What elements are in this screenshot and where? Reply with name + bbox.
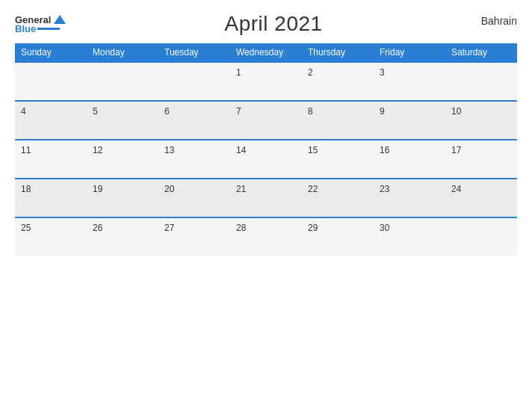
day-number: 23 — [380, 184, 389, 194]
calendar-day-cell: 23 — [374, 179, 445, 217]
day-number: 14 — [236, 145, 246, 155]
day-number: 22 — [308, 184, 318, 194]
day-number: 16 — [380, 145, 389, 155]
day-number: 1 — [236, 67, 241, 78]
calendar-day-cell: 17 — [445, 140, 517, 179]
header-tuesday: Tuesday — [158, 43, 230, 62]
calendar-week-row: 45678910 — [15, 101, 517, 140]
day-number: 26 — [93, 223, 102, 233]
calendar-day-cell: 30 — [374, 217, 445, 256]
calendar-day-cell: 1 — [230, 62, 302, 101]
day-number: 30 — [380, 223, 389, 233]
day-number: 11 — [21, 145, 31, 155]
day-number: 10 — [451, 106, 461, 117]
header-saturday: Saturday — [445, 43, 517, 62]
day-number: 12 — [93, 145, 102, 155]
day-number: 25 — [21, 223, 31, 233]
logo-blue: Blue — [15, 24, 36, 34]
header-wednesday: Wednesday — [230, 43, 302, 62]
logo-triangle-icon — [54, 15, 66, 24]
calendar-day-cell — [87, 62, 158, 101]
calendar-day-cell: 15 — [302, 140, 374, 179]
day-number: 2 — [308, 67, 313, 78]
calendar-day-cell: 13 — [158, 140, 230, 179]
calendar-day-cell: 8 — [302, 101, 374, 140]
calendar-day-cell: 11 — [15, 140, 87, 179]
calendar-day-cell — [445, 62, 517, 101]
calendar-day-cell: 29 — [302, 217, 374, 256]
day-number: 24 — [451, 184, 461, 194]
calendar-title: April 2021 — [225, 12, 323, 36]
day-number: 9 — [380, 106, 385, 117]
calendar-day-cell: 3 — [374, 62, 445, 101]
day-number: 18 — [21, 184, 31, 194]
day-number: 19 — [93, 184, 102, 194]
country-label: Bahrain — [481, 15, 517, 27]
calendar-week-row: 252627282930 — [15, 217, 517, 256]
calendar-day-cell: 10 — [445, 101, 517, 140]
calendar-week-row: 18192021222324 — [15, 179, 517, 217]
day-number: 17 — [451, 145, 461, 155]
day-number: 13 — [164, 145, 174, 155]
calendar-page: General Blue April 2021 Bahrain Sunday M… — [0, 0, 532, 411]
calendar-day-cell: 21 — [230, 179, 302, 217]
calendar-day-cell: 14 — [230, 140, 302, 179]
calendar-week-row: 123 — [15, 62, 517, 101]
calendar-day-cell: 20 — [158, 179, 230, 217]
calendar-day-cell: 25 — [15, 217, 87, 256]
day-number: 28 — [236, 223, 246, 233]
calendar-day-cell: 19 — [87, 179, 158, 217]
calendar-day-cell: 24 — [445, 179, 517, 217]
days-header-row: Sunday Monday Tuesday Wednesday Thursday… — [15, 43, 517, 62]
header-sunday: Sunday — [15, 43, 87, 62]
calendar-day-cell: 18 — [15, 179, 87, 217]
calendar-day-cell: 6 — [158, 101, 230, 140]
calendar-day-cell: 27 — [158, 217, 230, 256]
day-number: 15 — [308, 145, 318, 155]
calendar-day-cell: 4 — [15, 101, 87, 140]
header-friday: Friday — [374, 43, 445, 62]
day-number: 5 — [93, 106, 98, 117]
calendar-day-cell: 7 — [230, 101, 302, 140]
day-number: 6 — [164, 106, 170, 117]
day-number: 8 — [308, 106, 313, 117]
calendar-day-cell: 26 — [87, 217, 158, 256]
calendar-day-cell: 12 — [87, 140, 158, 179]
day-number: 27 — [164, 223, 174, 233]
calendar-day-cell: 22 — [302, 179, 374, 217]
calendar-table: Sunday Monday Tuesday Wednesday Thursday… — [15, 43, 517, 256]
calendar-day-cell — [158, 62, 230, 101]
calendar-day-cell: 28 — [230, 217, 302, 256]
day-number: 20 — [164, 184, 174, 194]
logo: General Blue — [15, 15, 66, 34]
calendar-day-cell: 16 — [374, 140, 445, 179]
calendar-day-cell — [445, 217, 517, 256]
header-monday: Monday — [87, 43, 158, 62]
day-number: 3 — [380, 67, 385, 78]
logo-underline — [37, 28, 60, 30]
calendar-day-cell: 5 — [87, 101, 158, 140]
header: General Blue April 2021 Bahrain — [15, 12, 517, 36]
day-number: 4 — [21, 106, 26, 117]
header-thursday: Thursday — [302, 43, 374, 62]
calendar-day-cell: 2 — [302, 62, 374, 101]
calendar-week-row: 11121314151617 — [15, 140, 517, 179]
calendar-day-cell — [15, 62, 87, 101]
calendar-day-cell: 9 — [374, 101, 445, 140]
day-number: 7 — [236, 106, 241, 117]
day-number: 29 — [308, 223, 318, 233]
day-number: 21 — [236, 184, 246, 194]
